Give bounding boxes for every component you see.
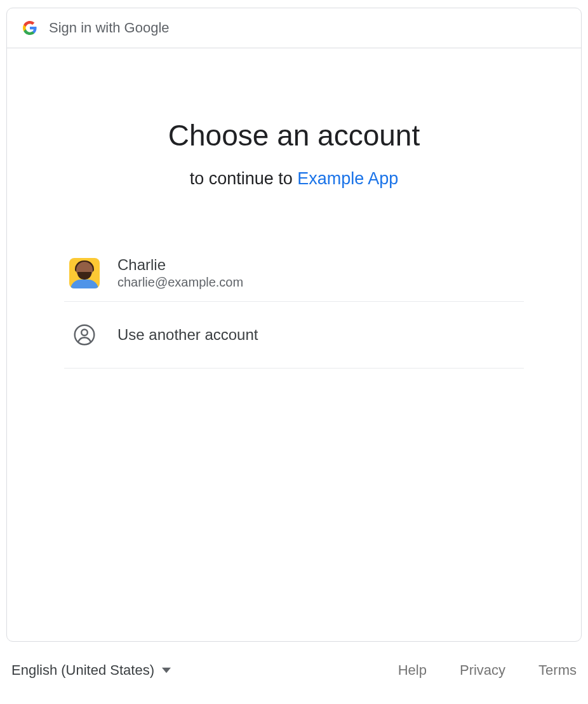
language-selector[interactable]: English (United States) <box>11 662 171 679</box>
svg-point-1 <box>81 329 88 335</box>
language-label: English (United States) <box>11 662 154 679</box>
avatar <box>69 258 100 288</box>
signin-card: Sign in with Google Choose an account to… <box>6 8 582 642</box>
sub-heading: to continue to Example App <box>64 169 524 189</box>
footer-links: Help Privacy Terms <box>398 662 577 679</box>
card-header: Sign in with Google <box>7 8 581 48</box>
dropdown-icon <box>162 662 171 679</box>
card-body: Choose an account to continue to Example… <box>7 48 581 641</box>
account-item[interactable]: Charlie charlie@example.com <box>64 245 524 302</box>
footer: English (United States) Help Privacy Ter… <box>0 642 588 679</box>
sub-prefix: to continue to <box>190 169 298 188</box>
person-circle-icon <box>69 320 100 350</box>
google-logo-icon <box>22 20 37 36</box>
account-email: charlie@example.com <box>117 275 243 290</box>
privacy-link[interactable]: Privacy <box>460 662 505 679</box>
use-another-account[interactable]: Use another account <box>64 302 524 369</box>
terms-link[interactable]: Terms <box>538 662 577 679</box>
page-title: Choose an account <box>64 118 524 152</box>
app-name-link[interactable]: Example App <box>297 169 398 188</box>
help-link[interactable]: Help <box>398 662 427 679</box>
account-list: Charlie charlie@example.com Use another … <box>64 245 524 369</box>
account-text: Charlie charlie@example.com <box>117 256 243 290</box>
header-title: Sign in with Google <box>49 20 170 36</box>
account-name: Charlie <box>117 256 243 274</box>
use-another-label: Use another account <box>117 326 258 344</box>
